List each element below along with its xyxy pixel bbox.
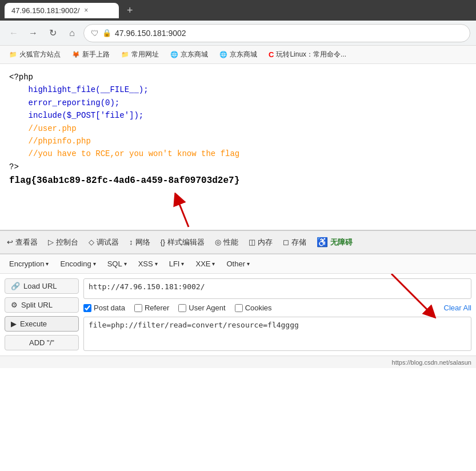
- cookies-checkbox[interactable]: Cookies: [235, 304, 272, 312]
- tab-close-btn[interactable]: ×: [84, 6, 88, 14]
- globe-icon: 🌐: [170, 51, 178, 58]
- code-line-3: include($_POST['file']);: [9, 109, 467, 122]
- code-line-1: highlight_file(__FILE__);: [9, 83, 467, 96]
- shield-icon: 🛡: [91, 29, 99, 38]
- add-slash-label: ADD "/": [29, 338, 54, 347]
- hackbar-menu-lfi[interactable]: LFI ▾: [165, 258, 189, 270]
- network-icon: ↕: [129, 238, 133, 246]
- post-data-checkbox[interactable]: Post data: [83, 304, 125, 312]
- execute-button[interactable]: ▶ Execute: [5, 316, 79, 332]
- xxe-label: XXE: [195, 260, 210, 268]
- code-comment-3: //you have to RCE,or you won't know the …: [9, 147, 467, 160]
- devtools-console[interactable]: ▷ 控制台: [43, 235, 83, 250]
- devtools-accessibility[interactable]: ♿ 无障碍: [312, 234, 357, 250]
- hackbar-menu: Encryption ▾ Encoding ▾ SQL ▾ XSS ▾ LFI …: [0, 254, 476, 274]
- hackbar-menu-encryption[interactable]: Encryption ▾: [5, 258, 53, 270]
- xss-arrow: ▾: [155, 261, 158, 267]
- hackbar-menu-xss[interactable]: XSS ▾: [134, 258, 162, 270]
- devtools-bar: ↩ 查看器 ▷ 控制台 ◇ 调试器 ↕ 网络 {} 样式编辑器 ◎ 性能 ◫ 内…: [0, 230, 476, 254]
- reload-button[interactable]: ↻: [45, 25, 61, 41]
- active-tab[interactable]: 47.96.150.181:9002/ ×: [5, 3, 119, 18]
- hackbar-content: http://47.96.150.181:9002/ Post data Ref…: [83, 278, 471, 351]
- split-url-button[interactable]: ⚙ Split URL: [5, 297, 79, 313]
- red-arrow-svg: [0, 193, 476, 230]
- performance-icon: ◎: [215, 238, 221, 246]
- post-data-label: Post data: [94, 304, 125, 312]
- encoding-label: Encoding: [60, 260, 91, 268]
- bookmark-firefoxhome[interactable]: 📁 火狐官方站点: [5, 48, 65, 61]
- cookies-input[interactable]: [235, 304, 243, 312]
- bookmark-label: 常用网址: [131, 50, 159, 59]
- svg-line-1: [177, 198, 189, 227]
- storage-label: 存储: [291, 237, 306, 248]
- devtools-memory[interactable]: ◫ 内存: [244, 235, 277, 250]
- debugger-label: 调试器: [97, 237, 119, 248]
- status-bar: https://blog.csdn.net/salasun: [0, 356, 476, 368]
- bookmarks-bar: 📁 火狐官方站点 🦊 新手上路 📁 常用网址 🌐 京东商城 🌐 京东商城 C 玩…: [0, 46, 476, 64]
- encoding-arrow: ▾: [93, 261, 96, 267]
- url-display[interactable]: http://47.96.150.181:9002/: [83, 278, 471, 299]
- forward-button[interactable]: →: [25, 25, 41, 41]
- console-label: 控制台: [56, 237, 78, 248]
- hackbar-menu-xxe[interactable]: XXE ▾: [191, 258, 219, 270]
- hackbar-menu-sql[interactable]: SQL ▾: [103, 258, 131, 270]
- execute-label: Execute: [20, 320, 47, 328]
- back-button[interactable]: ←: [6, 25, 22, 41]
- inspector-icon: ↩: [7, 238, 13, 246]
- referer-input[interactable]: [134, 304, 142, 312]
- code-comment-2: //phpinfo.php: [9, 135, 467, 147]
- bookmark-jd2[interactable]: 🌐 京东商城: [215, 48, 262, 61]
- hackbar-menu-other[interactable]: Other ▾: [222, 258, 254, 270]
- bookmark-jd1[interactable]: 🌐 京东商城: [166, 48, 213, 61]
- split-url-icon: ⚙: [11, 301, 18, 309]
- devtools-performance[interactable]: ◎ 性能: [210, 235, 243, 250]
- load-url-button[interactable]: 🔗 Load URL: [5, 278, 79, 294]
- hackbar-panel: Encryption ▾ Encoding ▾ SQL ▾ XSS ▾ LFI …: [0, 254, 476, 356]
- user-agent-input[interactable]: [178, 304, 186, 312]
- bookmark-common[interactable]: 📁 常用网址: [117, 48, 163, 61]
- post-data-wrapper: file=php://filter/read=convert/resource=…: [83, 317, 471, 351]
- xxe-arrow: ▾: [212, 261, 215, 267]
- cookies-label: Cookies: [245, 304, 272, 312]
- referer-checkbox[interactable]: Referer: [134, 304, 169, 312]
- sql-arrow: ▾: [124, 261, 127, 267]
- sql-label: SQL: [107, 260, 122, 268]
- devtools-storage[interactable]: ◻ 存储: [278, 235, 311, 250]
- url-input[interactable]: [115, 29, 463, 38]
- post-data-input[interactable]: [83, 304, 91, 312]
- post-data-display[interactable]: file=php://filter/read=convert/resource=…: [83, 317, 471, 351]
- devtools-style-editor[interactable]: {} 样式编辑器: [156, 235, 210, 250]
- status-url: https://blog.csdn.net/salasun: [392, 359, 471, 366]
- php-open-tag: <?php: [9, 71, 467, 83]
- new-tab-btn[interactable]: +: [122, 3, 138, 18]
- bookmark-label: 火狐官方站点: [19, 50, 61, 59]
- bookmark-label: 京东商城: [230, 50, 257, 59]
- accessibility-label: 无障碍: [330, 237, 353, 248]
- inspector-label: 查看器: [15, 237, 38, 248]
- style-icon: {}: [161, 238, 166, 246]
- bookmark-linux[interactable]: C 玩转Linux：常用命令...: [264, 48, 351, 61]
- hackbar-menu-encoding[interactable]: Encoding ▾: [55, 258, 100, 270]
- referer-label: Referer: [145, 304, 169, 312]
- hackbar-main: 🔗 Load URL ⚙ Split URL ▶ Execute ADD "/": [0, 274, 476, 356]
- lock-icon: 🔒: [102, 29, 111, 37]
- folder-icon: 📁: [121, 51, 129, 58]
- bookmark-newbie[interactable]: 🦊 新手上路: [67, 48, 114, 61]
- checkboxes-row: Post data Referer User Agent Cookies C: [83, 304, 471, 312]
- user-agent-checkbox[interactable]: User Agent: [178, 304, 225, 312]
- address-bar[interactable]: 🛡 🔒: [83, 24, 470, 42]
- tab-title: 47.96.150.181:9002/: [11, 6, 79, 15]
- load-url-icon: 🔗: [11, 282, 20, 290]
- clear-all-button[interactable]: Clear All: [444, 304, 471, 312]
- hackbar-sidebar: 🔗 Load URL ⚙ Split URL ▶ Execute ADD "/": [5, 278, 79, 351]
- php-close-tag: ?>: [9, 161, 467, 173]
- devtools-network[interactable]: ↕ 网络: [125, 235, 155, 250]
- home-button[interactable]: ⌂: [64, 25, 80, 41]
- devtools-debugger[interactable]: ◇ 调试器: [84, 235, 123, 250]
- storage-icon: ◻: [283, 238, 289, 246]
- encryption-label: Encryption: [9, 260, 44, 268]
- encryption-arrow: ▾: [46, 261, 49, 267]
- debugger-icon: ◇: [89, 238, 94, 246]
- add-slash-button[interactable]: ADD "/": [5, 335, 79, 350]
- devtools-inspector[interactable]: ↩ 查看器: [2, 235, 42, 250]
